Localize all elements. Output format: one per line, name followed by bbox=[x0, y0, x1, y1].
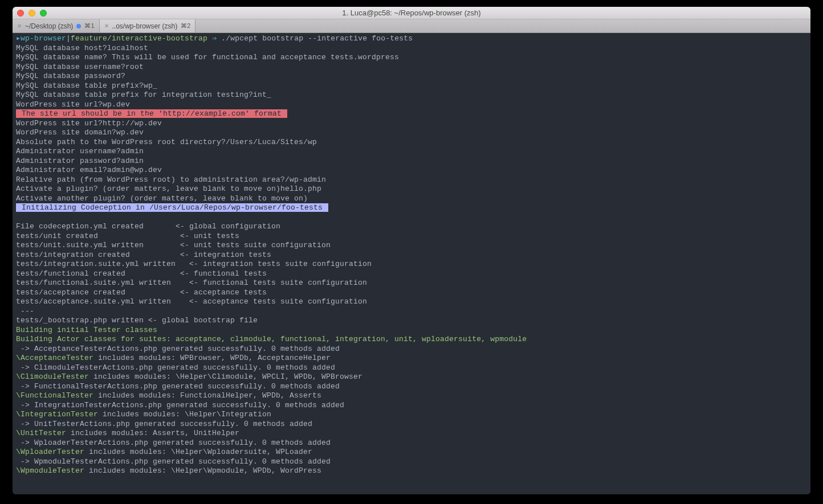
output-line: Administrator password?admin bbox=[16, 157, 807, 166]
tab-desktop[interactable]: ✕ ~/Desktop (zsh) ⌘1 bbox=[13, 19, 100, 32]
tab-label: ~/Desktop (zsh) bbox=[25, 22, 73, 30]
output-line: tests/functional created <- functional t… bbox=[16, 269, 807, 279]
qa-block: MySQL database host?localhostMySQL datab… bbox=[16, 44, 807, 110]
init-line: Initializing Codeception in /Users/Luca/… bbox=[16, 203, 807, 213]
tab-label: ..os/wp-browser (zsh) bbox=[112, 22, 178, 30]
close-icon[interactable]: ✕ bbox=[104, 23, 109, 29]
error-line: The site url should be in the 'http://ex… bbox=[16, 109, 807, 119]
output-line: tests/unit created <- unit tests bbox=[16, 232, 807, 241]
output-line: MySQL database password? bbox=[16, 72, 807, 81]
qa-block-2: WordPress site url?http://wp.devWordPres… bbox=[16, 119, 807, 204]
building-line: Building Actor classes for suites: accep… bbox=[16, 335, 807, 345]
blank-line bbox=[16, 213, 807, 223]
output-line: Administrator email?admin@wp.dev bbox=[16, 166, 807, 175]
testers-block: -> AcceptanceTesterActions.php generated… bbox=[16, 345, 807, 476]
output-line: tests/_bootstrap.php written <- global b… bbox=[16, 316, 807, 326]
tester-generated-line: -> WploaderTesterActions.php generated s… bbox=[16, 439, 807, 448]
created-block: File codeception.yml created <- global c… bbox=[16, 222, 807, 326]
tester-modules-line: \IntegrationTester includes modules: \He… bbox=[16, 410, 807, 420]
titlebar: 1. Luca@pc58: ~/Repos/wp-browser (zsh) bbox=[13, 7, 810, 19]
output-line: File codeception.yml created <- global c… bbox=[16, 222, 807, 232]
tester-modules-line: \UnitTester includes modules: Asserts, U… bbox=[16, 429, 807, 439]
output-line: Absolute path to the WordPress root dire… bbox=[16, 138, 807, 147]
tab-wp-browser[interactable]: ✕ ..os/wp-browser (zsh) ⌘2 bbox=[100, 19, 196, 32]
output-line: WordPress site url?wp.dev bbox=[16, 100, 807, 110]
status-dot-icon bbox=[76, 24, 81, 28]
tester-generated-line: -> FunctionalTesterActions.php generated… bbox=[16, 382, 807, 392]
output-line: --- bbox=[16, 307, 807, 317]
output-line: MySQL database host?localhost bbox=[16, 44, 807, 54]
tester-modules-line: \ClimoduleTester includes modules: \Help… bbox=[16, 372, 807, 382]
tester-generated-line: -> IntegrationTesterActions.php generate… bbox=[16, 401, 807, 411]
traffic-lights bbox=[17, 10, 47, 17]
output-line: Administrator username?admin bbox=[16, 147, 807, 157]
output-line: tests/integration created <- integration… bbox=[16, 251, 807, 260]
tester-modules-line: \WploaderTester includes modules: \Helpe… bbox=[16, 448, 807, 457]
tester-generated-line: -> WpmoduleTesterActions.php generated s… bbox=[16, 457, 807, 467]
tester-generated-line: -> AcceptanceTesterActions.php generated… bbox=[16, 345, 807, 354]
output-line: Relative path (from WordPress root) to a… bbox=[16, 175, 807, 185]
output-line: tests/functional.suite.yml written <- fu… bbox=[16, 278, 807, 288]
output-line: WordPress site url?http://wp.dev bbox=[16, 119, 807, 129]
output-line: MySQL database table prefix?wp_ bbox=[16, 81, 807, 91]
output-line: MySQL database name? This will be used f… bbox=[16, 53, 807, 63]
output-line: MySQL database table prefix for integrat… bbox=[16, 91, 807, 100]
output-line: tests/unit.suite.yml written <- unit tes… bbox=[16, 241, 807, 251]
output-line: Activate a plugin? (order matters, leave… bbox=[16, 185, 807, 194]
building-line: Building initial Tester classes bbox=[16, 326, 807, 335]
tab-shortcut: ⌘1 bbox=[84, 22, 94, 30]
close-icon[interactable] bbox=[17, 10, 24, 17]
tester-generated-line: -> UnitTesterActions.php generated succe… bbox=[16, 420, 807, 429]
close-icon[interactable]: ✕ bbox=[17, 23, 22, 29]
tester-modules-line: \WpmoduleTester includes modules: \Helpe… bbox=[16, 466, 807, 476]
minimize-icon[interactable] bbox=[28, 10, 35, 17]
output-line: Activate another plugin? (order matters,… bbox=[16, 194, 807, 204]
tab-shortcut: ⌘2 bbox=[181, 22, 190, 30]
output-line: tests/acceptance created <- acceptance t… bbox=[16, 288, 807, 298]
output-line: tests/integration.suite.yml written <- i… bbox=[16, 260, 807, 269]
tester-modules-line: \FunctionalTester includes modules: Func… bbox=[16, 391, 807, 401]
tab-bar: ✕ ~/Desktop (zsh) ⌘1 ✕ ..os/wp-browser (… bbox=[13, 19, 810, 33]
terminal-body[interactable]: ▸wp-browser|feauture/interactive-bootstr… bbox=[13, 33, 810, 494]
output-line: MySQL database username?root bbox=[16, 63, 807, 72]
window-title: 1. Luca@pc58: ~/Repos/wp-browser (zsh) bbox=[342, 9, 480, 17]
building-block: Building initial Tester classesBuilding … bbox=[16, 326, 807, 345]
prompt-line: ▸wp-browser|feauture/interactive-bootstr… bbox=[16, 34, 807, 44]
output-line: tests/acceptance.suite.yml written <- ac… bbox=[16, 297, 807, 307]
maximize-icon[interactable] bbox=[40, 10, 47, 17]
tester-generated-line: -> ClimoduleTesterActions.php generated … bbox=[16, 363, 807, 373]
tester-modules-line: \AcceptanceTester includes modules: WPBr… bbox=[16, 354, 807, 363]
output-line: WordPress site domain?wp.dev bbox=[16, 128, 807, 138]
terminal-window: 1. Luca@pc58: ~/Repos/wp-browser (zsh) ✕… bbox=[13, 7, 810, 494]
